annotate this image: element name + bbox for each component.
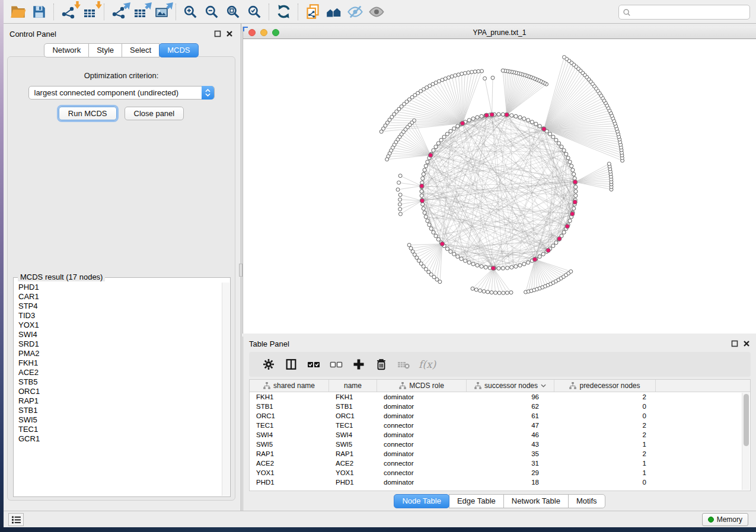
- memory-button[interactable]: Memory: [702, 513, 748, 526]
- mcds-result-item[interactable]: TID3: [18, 311, 222, 321]
- float-panel-icon[interactable]: [214, 30, 221, 37]
- float-panel-icon[interactable]: [731, 340, 738, 347]
- mcds-result-item[interactable]: STB5: [18, 377, 222, 387]
- zoom-fit-button[interactable]: [222, 2, 244, 21]
- import-network-button[interactable]: [58, 2, 79, 21]
- mcds-result-item[interactable]: PMA2: [18, 349, 222, 358]
- unchecked-boxes-icon: [329, 357, 343, 371]
- table-row[interactable]: TEC1TEC1connector472: [250, 421, 750, 430]
- tab-network[interactable]: Network: [44, 43, 89, 57]
- show-all-button[interactable]: [366, 2, 387, 21]
- tree-attribute-icon: [263, 382, 270, 389]
- mcds-result-item[interactable]: STB1: [18, 406, 222, 415]
- open-file-button[interactable]: [7, 2, 28, 21]
- search-field[interactable]: [618, 5, 750, 20]
- tab-mcds[interactable]: MCDS: [159, 43, 198, 57]
- run-mcds-button[interactable]: Run MCDS: [59, 107, 117, 120]
- table-row[interactable]: STB1STB1dominator620: [250, 402, 750, 411]
- mcds-result-item[interactable]: SRD1: [18, 339, 222, 349]
- network-window-titlebar[interactable]: YPA_prune.txt_1: [243, 27, 756, 39]
- mcds-result-item[interactable]: FKH1: [18, 358, 222, 368]
- network-canvas[interactable]: [243, 39, 756, 334]
- table-row[interactable]: ACE2ACE2connector311: [250, 459, 750, 468]
- home-button[interactable]: [323, 2, 344, 21]
- export-network-button[interactable]: [108, 2, 129, 21]
- close-panel-icon[interactable]: [226, 30, 233, 37]
- mcds-result-item[interactable]: ACE2: [18, 368, 222, 377]
- tab-motifs[interactable]: Motifs: [568, 494, 605, 508]
- mcds-result-item[interactable]: CAR1: [18, 292, 222, 302]
- column-header-name[interactable]: name: [329, 380, 377, 392]
- refresh-layout-button[interactable]: [273, 2, 294, 21]
- task-history-button[interactable]: [8, 513, 24, 526]
- export-image-button[interactable]: [151, 2, 172, 21]
- column-header-filler: [656, 380, 750, 392]
- table-row[interactable]: YOX1YOX1connector291: [250, 468, 750, 477]
- table-cell: connector: [377, 459, 467, 468]
- mcds-result-item[interactable]: TEC1: [18, 425, 222, 434]
- mcds-result-item[interactable]: PHD1: [18, 283, 222, 292]
- table-row[interactable]: FKH1FKH1dominator962: [250, 392, 750, 402]
- mcds-result-scrollbar[interactable]: [222, 283, 229, 496]
- table-cell: dominator: [377, 411, 467, 421]
- columns-icon: [285, 358, 298, 371]
- table-cell: 43: [467, 440, 554, 449]
- table-panel-title: Table Panel: [249, 339, 289, 348]
- tab-node-table[interactable]: Node Table: [394, 494, 449, 508]
- column-visibility-button[interactable]: [280, 354, 302, 374]
- network-window-title: YPA_prune.txt_1: [243, 28, 756, 37]
- tab-network-table[interactable]: Network Table: [503, 494, 569, 508]
- optimization-criterion-select[interactable]: largest connected component (undirected): [28, 86, 215, 100]
- table-cell: STB1: [329, 402, 377, 411]
- hide-selected-button[interactable]: [344, 2, 366, 21]
- mcds-result-item[interactable]: YOX1: [18, 321, 222, 330]
- deselect-all-columns-button[interactable]: [325, 354, 347, 374]
- mcds-result-item[interactable]: RAP1: [18, 396, 222, 406]
- column-header-predecessor-nodes[interactable]: predecessor nodes: [554, 380, 656, 392]
- mcds-result-item[interactable]: ORC1: [18, 387, 222, 396]
- close-panel-button[interactable]: Close panel: [125, 107, 184, 120]
- tab-style[interactable]: Style: [88, 43, 122, 57]
- export-table-button[interactable]: [129, 2, 151, 21]
- zoom-in-button[interactable]: [180, 2, 201, 21]
- column-header-shared-name[interactable]: shared name: [250, 380, 329, 392]
- share-network-button[interactable]: [302, 2, 323, 21]
- mcds-result-item[interactable]: GCR1: [18, 434, 222, 444]
- table-scrollbar[interactable]: [742, 393, 749, 490]
- select-all-columns-button[interactable]: [302, 354, 325, 374]
- import-table-button[interactable]: [79, 2, 100, 21]
- column-header-label: MCDS role: [409, 382, 444, 390]
- tab-select[interactable]: Select: [122, 43, 160, 57]
- zoom-out-icon: [204, 4, 219, 20]
- table-row[interactable]: SWI5SWI5connector431: [250, 440, 750, 449]
- search-input[interactable]: [634, 8, 746, 17]
- mcds-result-list[interactable]: PHD1CAR1STP4TID3YOX1SWI4SRD1PMA2FKH1ACE2…: [14, 283, 222, 496]
- close-panel-icon[interactable]: [743, 340, 750, 347]
- share-network-icon: [305, 4, 321, 20]
- column-header-MCDS-role[interactable]: MCDS role: [377, 380, 467, 392]
- zoom-out-button[interactable]: [201, 2, 222, 21]
- table-panel-header: Table Panel: [243, 336, 756, 350]
- mcds-result-item[interactable]: STP4: [18, 302, 222, 311]
- node-table[interactable]: shared namenameMCDS rolesuccessor nodesp…: [249, 379, 751, 491]
- tab-edge-table[interactable]: Edge Table: [449, 494, 504, 508]
- tree-attribute-icon: [474, 382, 481, 389]
- table-row[interactable]: ORC1ORC1dominator610: [250, 411, 750, 421]
- zoom-selected-button[interactable]: [244, 2, 265, 21]
- table-cell: SWI5: [250, 440, 329, 449]
- mcds-result-item[interactable]: SWI5: [18, 415, 222, 425]
- table-row[interactable]: PHD1PHD1dominator180: [250, 477, 750, 487]
- delete-column-button[interactable]: [370, 354, 393, 374]
- add-column-button[interactable]: [347, 354, 370, 374]
- cytoscape-window: Control Panel NetworkStyleSelectMCDS Opt…: [4, 0, 756, 527]
- settings-gear-button[interactable]: [257, 354, 280, 374]
- column-header-successor-nodes[interactable]: successor nodes: [467, 380, 554, 392]
- save-session-button[interactable]: [28, 2, 50, 21]
- scrollbar-thumb[interactable]: [744, 394, 749, 446]
- mcds-result-item[interactable]: SWI4: [18, 330, 222, 339]
- table-row[interactable]: RAP1RAP1dominator352: [250, 449, 750, 459]
- table-cell: PHD1: [250, 477, 329, 487]
- table-row[interactable]: SWI4SWI4dominator462: [250, 430, 750, 440]
- table-cell: connector: [377, 468, 467, 477]
- table-cell: ORC1: [250, 411, 329, 421]
